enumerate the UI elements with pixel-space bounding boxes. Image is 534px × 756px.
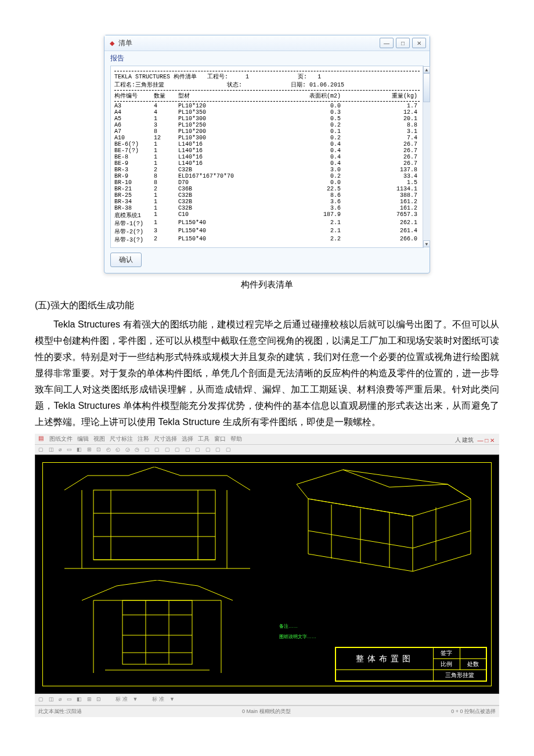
cell-weight: 1.7 [341, 103, 420, 109]
cell-id: A7 [114, 128, 154, 135]
cell-qty: 4 [154, 103, 178, 109]
cell-id: BR-10 [114, 179, 154, 186]
cell-qty: 1 [154, 116, 178, 122]
table-row: 底模系统11C10187.97657.3 [114, 211, 420, 219]
col-header-weight: 重量(kg) [341, 92, 420, 100]
cell-area: 3.6 [277, 199, 341, 205]
menu-item[interactable]: 编辑 [77, 435, 89, 442]
cell-qty: 1 [154, 147, 178, 154]
cell-area: 0.4 [277, 154, 341, 160]
cell-profile: PL10*200 [178, 128, 277, 135]
cell-qty: 12 [154, 135, 178, 141]
cell-qty: 2 [154, 167, 178, 173]
cell-profile: PL10*250 [178, 122, 277, 128]
group-label-report: 报告 [104, 51, 430, 63]
dialog-title: 清单 [118, 38, 380, 48]
cell-id: BR-38 [114, 205, 154, 211]
report-rows: A34PL10*1200.01.7A44PL10*3500.312.4A51PL… [114, 103, 420, 244]
cell-weight: 161.2 [341, 205, 420, 211]
minimize-button[interactable]: — [380, 38, 394, 48]
cell-weight: 1.5 [341, 179, 420, 186]
cell-id: A10 [114, 135, 154, 141]
cell-profile: PL150*40 [178, 219, 277, 228]
cell-weight: 26.7 [341, 160, 420, 167]
svg-rect-15 [122, 600, 192, 664]
cell-profile: C32B [178, 192, 277, 199]
cell-weight: 388.7 [341, 192, 420, 199]
cell-weight: 8.8 [341, 122, 420, 128]
cell-qty: 3 [154, 228, 178, 236]
vertical-scrollbar[interactable]: ▲ ▼ [423, 66, 430, 247]
cell-weight: 137.8 [341, 167, 420, 173]
cell-profile: PL10*120 [178, 103, 277, 109]
cell-weight: 261.4 [341, 228, 420, 236]
cell-area: 0.3 [277, 109, 341, 116]
cell-weight: 7.4 [341, 135, 420, 141]
cad-icon-toolbar: ▢ ◫ ⌀ ▭ ◧ ⊞ ⊡ ◴ ◵ ◶ ◷ ▢ ▢ ▢ ▢ ▢ ▢ ▢ ▢ ▢ [35, 445, 499, 455]
cell-id: BE-7(?) [114, 147, 154, 154]
menu-item[interactable]: 尺寸标注 [110, 435, 133, 442]
cad-drawing-canvas[interactable]: 备注…… 图纸说明文字…… 整体布置图 签字 比例 处数 [35, 455, 499, 694]
brand-text: 人 建筑 [455, 436, 474, 444]
menu-item[interactable]: 选择 [182, 435, 193, 442]
cell-id: 吊带-2(?) [114, 228, 154, 236]
close-button[interactable]: ✕ [412, 38, 426, 48]
cell-id: BE-8 [114, 154, 154, 160]
cell-qty: 2 [154, 186, 178, 192]
cell-area: 0.4 [277, 160, 341, 167]
cell-profile: C10 [178, 211, 277, 219]
window-close-icon[interactable]: — □ ✕ [477, 437, 495, 444]
scroll-thumb[interactable] [423, 73, 430, 102]
dialog-titlebar: ◆ 清单 — □ ✕ [104, 35, 430, 51]
menu-item[interactable]: 注释 [138, 435, 149, 442]
cell-weight: 3.1 [341, 128, 420, 135]
cell-id: BE-9 [114, 160, 154, 167]
cell-profile: C32B [178, 199, 277, 205]
drawing-note-1: 备注…… [279, 623, 337, 629]
menu-item[interactable]: 视图 [93, 435, 105, 442]
status-right: 0 + 0 控制点被选择 [451, 708, 496, 715]
cell-area: 2.1 [277, 219, 341, 228]
cell-area: 0.4 [277, 147, 341, 154]
menu-item[interactable]: 工具 [198, 435, 210, 442]
drawing-isometric [273, 467, 482, 583]
cell-area: 0.1 [277, 128, 341, 135]
cell-id: A4 [114, 109, 154, 116]
table-row: BE-81L140*160.426.7 [114, 154, 420, 160]
drawing-title-block: 整体布置图 签字 比例 处数 三角形挂篮 [335, 647, 487, 682]
scroll-up-icon[interactable]: ▲ [423, 66, 430, 73]
cad-menubar: ▤ 图纸文件编辑视图尺寸标注注释尺寸选择选择工具窗口帮助 人 建筑 — □ ✕ [35, 434, 499, 445]
maximize-button[interactable]: □ [396, 38, 410, 48]
menu-item[interactable]: 图纸文件 [49, 435, 73, 442]
menu-item[interactable]: 尺寸选择 [154, 435, 177, 442]
scroll-down-icon[interactable]: ▼ [423, 240, 430, 247]
cell-profile: ELD167*167*70*70 [178, 173, 277, 179]
cad-screenshot: ▤ 图纸文件编辑视图尺寸标注注释尺寸选择选择工具窗口帮助 人 建筑 — □ ✕ … [35, 434, 499, 717]
menu-item[interactable]: 窗口 [214, 435, 226, 442]
menu-item[interactable]: 帮助 [230, 435, 242, 442]
cell-qty: 1 [154, 219, 178, 228]
cell-qty: 4 [154, 109, 178, 116]
table-row: A1012PL10*3000.27.4 [114, 135, 420, 141]
ok-button[interactable]: 确认 [110, 253, 142, 267]
cell-qty: 1 [154, 192, 178, 199]
cell-profile: L140*16 [178, 141, 277, 147]
table-row: BR-32C32B3.0137.8 [114, 167, 420, 173]
cell-qty: 1 [154, 211, 178, 219]
cell-profile: C36B [178, 186, 277, 192]
cell-profile: PL10*300 [178, 135, 277, 141]
table-row: BR-108D700.01.5 [114, 179, 420, 186]
cell-id: BR-25 [114, 192, 154, 199]
cell-qty: 1 [154, 199, 178, 205]
cell-profile: L140*16 [178, 147, 277, 154]
drawing-elevation-1 [53, 467, 256, 571]
cell-qty: 1 [154, 205, 178, 211]
cell-id: A5 [114, 116, 154, 122]
table-row: 吊带-3(?)2PL150*402.2266.0 [114, 236, 420, 244]
cell-id: BR-3 [114, 167, 154, 173]
cell-area: 0.2 [277, 122, 341, 128]
table-row: BE-7(?)1L140*160.426.7 [114, 147, 420, 154]
cell-area: 8.6 [277, 192, 341, 199]
svg-rect-0 [93, 490, 215, 560]
table-row: 吊带-2(?)3PL150*402.1261.4 [114, 228, 420, 236]
